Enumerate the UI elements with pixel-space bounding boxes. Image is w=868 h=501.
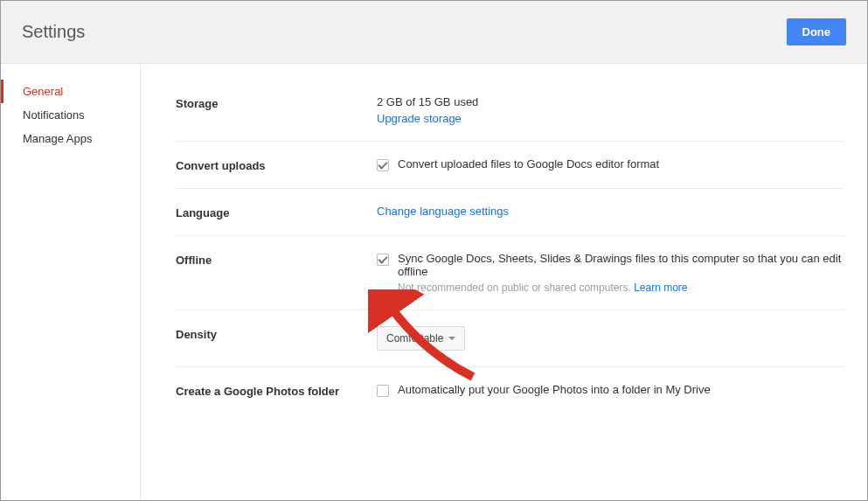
section-offline: Offline Sync Google Docs, Sheets, Slides… [176, 236, 844, 310]
storage-content: 2 GB of 15 GB used Upgrade storage [377, 95, 844, 125]
photos-checkbox-label: Automatically put your Google Photos int… [398, 383, 711, 396]
change-language-link[interactable]: Change language settings [377, 205, 509, 218]
convert-checkbox[interactable] [377, 159, 389, 171]
storage-label: Storage [176, 95, 377, 110]
done-button[interactable]: Done [787, 18, 847, 45]
settings-header: Settings Done [1, 1, 867, 64]
density-value: Comfortable [386, 332, 443, 344]
photos-label: Create a Google Photos folder [176, 383, 377, 398]
offline-checkbox-label: Sync Google Docs, Sheets, Slides & Drawi… [398, 252, 841, 278]
offline-checkbox[interactable] [377, 254, 389, 266]
density-label: Density [176, 326, 377, 341]
settings-main: Storage 2 GB of 15 GB used Upgrade stora… [141, 64, 867, 500]
storage-used-text: 2 GB of 15 GB used [377, 95, 844, 108]
section-density: Density Comfortable [176, 310, 844, 367]
convert-label: Convert uploads [176, 157, 377, 172]
offline-subtext-prefix: Not recommended on public or shared comp… [398, 282, 634, 294]
chevron-down-icon [448, 337, 455, 340]
section-google-photos: Create a Google Photos folder Automatica… [176, 367, 844, 414]
section-convert-uploads: Convert uploads Convert uploaded files t… [176, 142, 844, 189]
section-storage: Storage 2 GB of 15 GB used Upgrade stora… [176, 80, 844, 142]
section-language: Language Change language settings [176, 189, 844, 236]
convert-checkbox-label: Convert uploaded files to Google Docs ed… [398, 157, 659, 170]
upgrade-storage-link[interactable]: Upgrade storage [377, 112, 462, 125]
offline-label: Offline [176, 252, 377, 267]
sidebar-item-general[interactable]: General [1, 80, 140, 103]
language-label: Language [176, 205, 377, 219]
sidebar-item-notifications[interactable]: Notifications [1, 103, 140, 127]
page-title: Settings [22, 22, 85, 42]
photos-checkbox[interactable] [377, 385, 389, 397]
offline-learn-more-link[interactable]: Learn more [634, 282, 687, 294]
density-dropdown[interactable]: Comfortable [377, 326, 465, 351]
offline-subtext: Not recommended on public or shared comp… [398, 282, 844, 294]
sidebar: General Notifications Manage Apps [1, 64, 141, 500]
sidebar-item-manage-apps[interactable]: Manage Apps [1, 127, 140, 150]
